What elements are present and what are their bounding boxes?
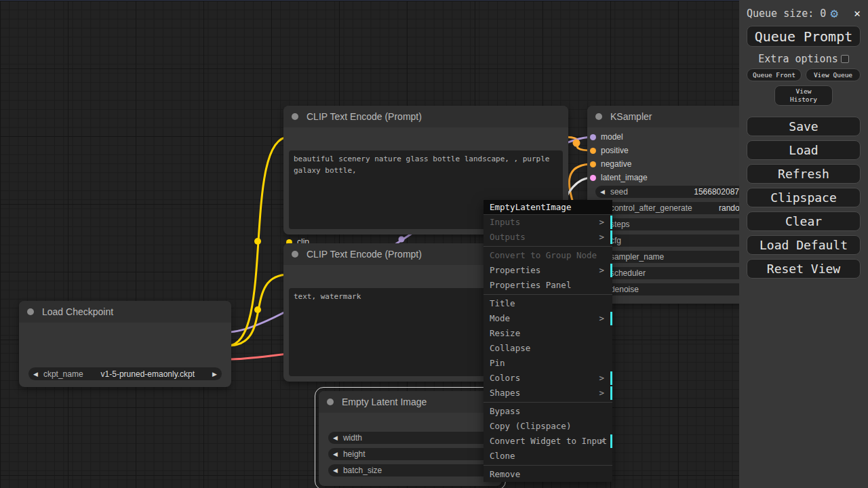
menu-item-copy-clipspace[interactable]: Copy (Clipspace)	[484, 419, 612, 434]
seed-value: 1566802087	[694, 187, 739, 197]
collapse-dot[interactable]	[27, 308, 34, 315]
menu-separator	[484, 294, 612, 295]
prev-arrow-icon[interactable]: ◀	[33, 371, 38, 378]
width-widget[interactable]: ◀ width	[328, 432, 492, 444]
extra-options-label: Extra options	[758, 53, 837, 65]
control-after-generate-widget[interactable]: ◀ control_after_generate randomize	[595, 202, 764, 214]
submenu-accent-bar	[610, 230, 612, 244]
menu-item-inputs: Inputs >	[484, 215, 612, 230]
load-default-button[interactable]: Load Default	[747, 235, 861, 255]
scheduler-widget[interactable]: ◀ scheduler	[595, 267, 764, 279]
load-button[interactable]: Load	[747, 140, 861, 160]
save-button[interactable]: Save	[747, 117, 861, 136]
cfg-widget[interactable]: ◀ cfg	[595, 235, 764, 247]
ckpt-name-widget[interactable]: ◀ ckpt_name v1-5-pruned-emaonly.ckpt ▶	[28, 367, 222, 380]
menu-item-properties[interactable]: Properties >	[484, 263, 612, 278]
menu-item-pin[interactable]: Pin	[484, 356, 612, 371]
latent-port-icon[interactable]	[590, 175, 596, 181]
view-history-button[interactable]: View History	[774, 85, 833, 106]
link-dot-clip-2	[254, 306, 261, 313]
link-dot-clip-1	[254, 238, 261, 245]
submenu-accent-bar	[610, 434, 612, 448]
menu-item-remove[interactable]: Remove	[484, 467, 612, 482]
node-title-bar[interactable]: Load Checkpoint	[19, 301, 231, 323]
next-arrow-icon[interactable]: ▶	[212, 371, 217, 378]
clear-button[interactable]: Clear	[747, 211, 861, 231]
prev-arrow-icon[interactable]: ◀	[600, 188, 605, 195]
node-title-bar[interactable]: Empty Latent Image	[319, 391, 502, 413]
submenu-arrow-icon: >	[599, 215, 604, 230]
refresh-button[interactable]: Refresh	[747, 164, 861, 184]
menu-item-colors[interactable]: Colors >	[484, 371, 612, 386]
seed-widget[interactable]: ◀ seed 1566802087	[595, 186, 764, 198]
menu-item-convert-to-group-node: Convert to Group Node	[484, 248, 612, 263]
menu-item-convert-widget-to-input[interactable]: Convert Widget to Input >	[484, 434, 612, 449]
node-title: CLIP Text Encode (Prompt)	[307, 249, 422, 260]
menu-item-shapes[interactable]: Shapes >	[484, 386, 612, 401]
sampler-name-widget[interactable]: ◀ sampler_name	[595, 251, 764, 263]
submenu-arrow-icon: >	[599, 230, 604, 245]
queue-prompt-button[interactable]: Queue Prompt	[747, 26, 861, 47]
link-dot-conditioning	[573, 140, 580, 147]
submenu-arrow-icon: >	[599, 263, 604, 278]
node-title-bar[interactable]: CLIP Text Encode (Prompt)	[283, 106, 568, 127]
extra-options-checkbox[interactable]	[841, 55, 849, 63]
prev-arrow-icon[interactable]: ◀	[333, 451, 338, 458]
conditioning-port-icon[interactable]	[590, 161, 596, 167]
clipspace-button[interactable]: Clipspace	[747, 188, 861, 207]
menu-separator	[484, 465, 612, 466]
menu-item-properties-panel[interactable]: Properties Panel	[484, 278, 612, 293]
ckpt-name-value: v1-5-pruned-emaonly.ckpt	[83, 369, 212, 379]
submenu-arrow-icon: >	[599, 311, 604, 326]
submenu-accent-bar	[610, 371, 612, 385]
context-menu-title: EmptyLatentImage	[484, 200, 612, 215]
node-graph-canvas[interactable]: CLIP Text Encode (Prompt) clip CONDITION…	[0, 0, 868, 488]
steps-widget[interactable]: ◀ steps	[595, 218, 764, 230]
close-icon[interactable]: ✕	[854, 7, 861, 20]
node-load-checkpoint[interactable]: Load Checkpoint MODEL CLIP VAE ◀ ckpt_na…	[19, 301, 231, 387]
node-title: Empty Latent Image	[342, 396, 427, 407]
conditioning-port-icon[interactable]	[590, 148, 596, 154]
link-dot-model	[399, 237, 405, 243]
menu-item-resize[interactable]: Resize	[484, 326, 612, 341]
submenu-arrow-icon: >	[599, 434, 604, 449]
input-positive: positive	[587, 146, 629, 155]
reset-view-button[interactable]: Reset View	[747, 259, 861, 279]
menu-item-collapse[interactable]: Collapse	[484, 341, 612, 356]
submenu-accent-bar	[610, 312, 612, 325]
menu-item-bypass[interactable]: Bypass	[484, 404, 612, 419]
submenu-accent-bar	[610, 216, 612, 229]
submenu-arrow-icon: >	[599, 371, 604, 386]
menu-item-clone[interactable]: Clone	[484, 449, 612, 464]
submenu-accent-bar	[610, 386, 612, 400]
comfy-menu-panel: Queue size: 0 ⚙ ✕ Queue Prompt Extra opt…	[739, 0, 868, 488]
collapse-dot[interactable]	[595, 113, 602, 120]
menu-item-mode[interactable]: Mode >	[484, 311, 612, 326]
submenu-accent-bar	[610, 264, 612, 277]
node-empty-latent-image[interactable]: Empty Latent Image ◀ width ◀ height ◀ ba…	[319, 391, 502, 486]
input-negative: negative	[587, 159, 631, 169]
settings-gear-icon[interactable]: ⚙	[830, 7, 837, 20]
menu-item-title[interactable]: Title	[484, 296, 612, 311]
queue-size-label: Queue size: 0	[747, 7, 826, 20]
denoise-widget[interactable]: ◀ denoise	[595, 283, 764, 296]
menu-separator	[484, 246, 612, 247]
node-title: CLIP Text Encode (Prompt)	[307, 111, 422, 122]
batch-size-widget[interactable]: ◀ batch_size	[328, 464, 492, 476]
node-context-menu: EmptyLatentImage Inputs > Outputs > Conv…	[484, 200, 612, 482]
height-widget[interactable]: ◀ height	[328, 448, 492, 460]
collapse-dot[interactable]	[292, 251, 298, 258]
collapse-dot[interactable]	[292, 113, 298, 120]
view-queue-button[interactable]: View Queue	[806, 68, 861, 81]
input-latent-image: latent_image	[587, 173, 648, 182]
submenu-arrow-icon: >	[599, 386, 604, 401]
model-port-icon[interactable]	[590, 134, 596, 140]
prev-arrow-icon[interactable]: ◀	[333, 467, 338, 474]
node-title: Load Checkpoint	[42, 306, 113, 317]
queue-front-button[interactable]: Queue Front	[747, 68, 802, 81]
menu-item-outputs: Outputs >	[484, 230, 612, 245]
collapse-dot[interactable]	[327, 399, 334, 405]
node-title: KSampler	[610, 111, 652, 122]
prev-arrow-icon[interactable]: ◀	[333, 434, 338, 441]
menu-separator	[484, 402, 612, 403]
